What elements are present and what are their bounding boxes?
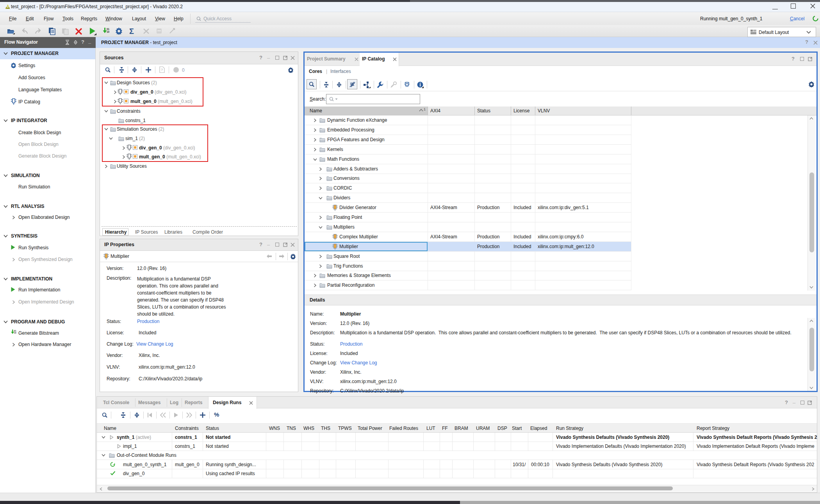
svg-text:10: 10	[14, 332, 16, 334]
svg-text:01: 01	[107, 28, 110, 30]
svg-text:10: 10	[107, 30, 110, 33]
svg-text:?: ?	[161, 68, 163, 72]
